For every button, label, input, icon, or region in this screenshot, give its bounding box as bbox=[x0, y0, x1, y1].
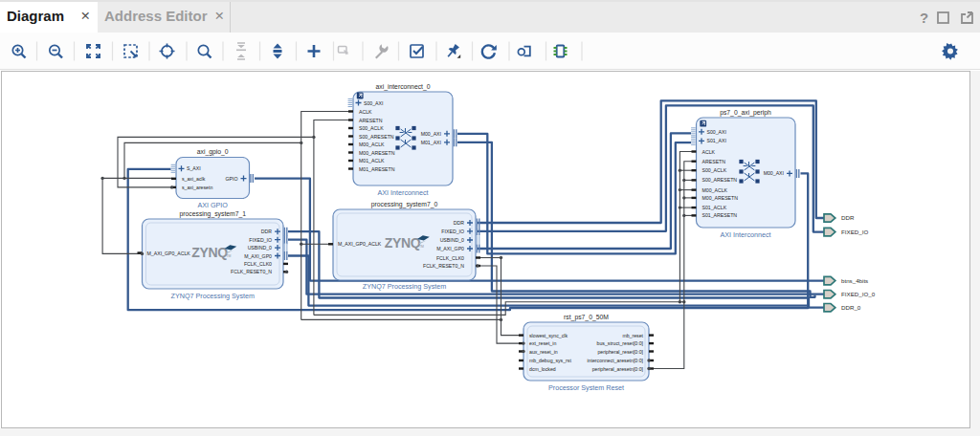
svg-text:FCLK_RESET0_N: FCLK_RESET0_N bbox=[423, 263, 464, 269]
svg-text:interconnect_aresetn[0:0]: interconnect_aresetn[0:0] bbox=[587, 358, 643, 363]
svg-text:S_AXI: S_AXI bbox=[187, 165, 201, 171]
svg-text:DDR: DDR bbox=[841, 214, 855, 221]
svg-text:M00_AXI: M00_AXI bbox=[421, 131, 441, 137]
svg-text:aux_reset_in: aux_reset_in bbox=[529, 349, 558, 355]
svg-text:mb_reset: mb_reset bbox=[622, 333, 643, 338]
svg-text:FIXED_IO: FIXED_IO bbox=[841, 229, 868, 235]
svg-text:FIXED_IO: FIXED_IO bbox=[249, 237, 272, 243]
svg-text:M00_ARESETN: M00_ARESETN bbox=[702, 195, 739, 201]
svg-text:S00_ACLK: S00_ACLK bbox=[702, 167, 727, 173]
svg-text:M_AXI_GP0_ACLK: M_AXI_GP0_ACLK bbox=[147, 251, 191, 256]
svg-text:M_AXI_GP0: M_AXI_GP0 bbox=[436, 246, 464, 251]
svg-text:peripheral_aresetn[0:0]: peripheral_aresetn[0:0] bbox=[592, 366, 644, 372]
svg-text:M01_ACLK: M01_ACLK bbox=[359, 158, 385, 164]
svg-text:?: ? bbox=[920, 10, 928, 26]
svg-text:ps7_0_axi_periph: ps7_0_axi_periph bbox=[720, 109, 771, 117]
svg-text:processing_system7_0: processing_system7_0 bbox=[371, 201, 438, 208]
svg-text:M01_ARESETN: M01_ARESETN bbox=[359, 166, 395, 172]
svg-text:btns_4bits: btns_4bits bbox=[841, 277, 868, 284]
svg-text:M00_ARESETN: M00_ARESETN bbox=[359, 150, 395, 156]
svg-text:slowest_sync_clk: slowest_sync_clk bbox=[529, 333, 568, 338]
svg-text:M_AXI_GP0: M_AXI_GP0 bbox=[244, 253, 272, 259]
svg-text:DDR_0: DDR_0 bbox=[841, 304, 861, 311]
svg-text:USBIND_0: USBIND_0 bbox=[440, 237, 464, 243]
svg-text:ZYNQ: ZYNQ bbox=[191, 245, 228, 260]
svg-text:ZYNQ7 Processing System: ZYNQ7 Processing System bbox=[171, 292, 255, 300]
svg-text:ZYNQ: ZYNQ bbox=[385, 235, 421, 251]
svg-text:mb_debug_sys_rst: mb_debug_sys_rst bbox=[529, 358, 571, 363]
svg-text:M_AXI_GP0_ACLK: M_AXI_GP0_ACLK bbox=[338, 241, 382, 247]
svg-text:FIXED_IO: FIXED_IO bbox=[441, 229, 464, 234]
svg-text:S01_ACLK: S01_ACLK bbox=[702, 205, 727, 210]
svg-text:USBIND_0: USBIND_0 bbox=[248, 245, 272, 251]
svg-text:AXI GPIO: AXI GPIO bbox=[197, 201, 228, 209]
svg-text:S01_ARESETN: S01_ARESETN bbox=[702, 212, 738, 218]
svg-text:AXI Interconnect: AXI Interconnect bbox=[720, 230, 770, 239]
svg-text:axi_interconnect_0: axi_interconnect_0 bbox=[375, 83, 430, 91]
svg-text:S00_ARESETN: S00_ARESETN bbox=[359, 134, 394, 140]
svg-text:FIXED_IO_0: FIXED_IO_0 bbox=[841, 291, 876, 297]
svg-text:FCLK_RESET0_N: FCLK_RESET0_N bbox=[231, 269, 272, 274]
svg-text:ZYNQ7 Processing System: ZYNQ7 Processing System bbox=[363, 282, 446, 291]
svg-text:S00_AXI: S00_AXI bbox=[364, 100, 383, 106]
svg-text:TM: TM bbox=[227, 254, 232, 258]
svg-text:ACLK: ACLK bbox=[702, 149, 716, 155]
svg-text:TM: TM bbox=[419, 245, 424, 249]
svg-text:S01_AXI: S01_AXI bbox=[707, 138, 726, 143]
svg-text:M00_ACLK: M00_ACLK bbox=[702, 187, 728, 193]
svg-text:peripheral_reset[0:0]: peripheral_reset[0:0] bbox=[597, 349, 643, 355]
svg-text:DDR: DDR bbox=[454, 220, 464, 226]
svg-text:M00_ACLK: M00_ACLK bbox=[359, 142, 385, 147]
svg-text:axi_gpio_0: axi_gpio_0 bbox=[197, 148, 229, 156]
svg-text:S00_ARESETN: S00_ARESETN bbox=[702, 177, 738, 183]
svg-text:FCLK_CLK0: FCLK_CLK0 bbox=[436, 255, 464, 261]
svg-text:ARESETN: ARESETN bbox=[702, 159, 726, 164]
svg-text:ACLK: ACLK bbox=[359, 109, 372, 115]
svg-text:S00_AXI: S00_AXI bbox=[707, 129, 726, 135]
svg-text:M01_AXI: M01_AXI bbox=[421, 140, 441, 145]
svg-text:M00_AXI: M00_AXI bbox=[764, 170, 784, 176]
svg-text:AXI Interconnect: AXI Interconnect bbox=[377, 188, 428, 197]
svg-text:FCLK_CLK0: FCLK_CLK0 bbox=[244, 261, 272, 267]
svg-text:bus_struct_reset[0:0]: bus_struct_reset[0:0] bbox=[597, 340, 644, 346]
svg-text:processing_system7_1: processing_system7_1 bbox=[180, 210, 247, 218]
svg-text:s_axi_aresetn: s_axi_aresetn bbox=[182, 185, 212, 190]
svg-text:s_axi_aclk: s_axi_aclk bbox=[182, 176, 206, 182]
svg-text:DDR: DDR bbox=[261, 229, 272, 234]
svg-text:S00_ACLK: S00_ACLK bbox=[359, 125, 384, 131]
svg-text:rst_ps7_0_50M: rst_ps7_0_50M bbox=[564, 314, 609, 321]
svg-text:dcm_locked: dcm_locked bbox=[529, 366, 556, 372]
svg-text:ext_reset_in: ext_reset_in bbox=[529, 340, 556, 346]
svg-text:Processor System Reset: Processor System Reset bbox=[548, 383, 624, 392]
svg-text:GPIO: GPIO bbox=[226, 176, 238, 182]
svg-text:ARESETN: ARESETN bbox=[359, 118, 383, 123]
